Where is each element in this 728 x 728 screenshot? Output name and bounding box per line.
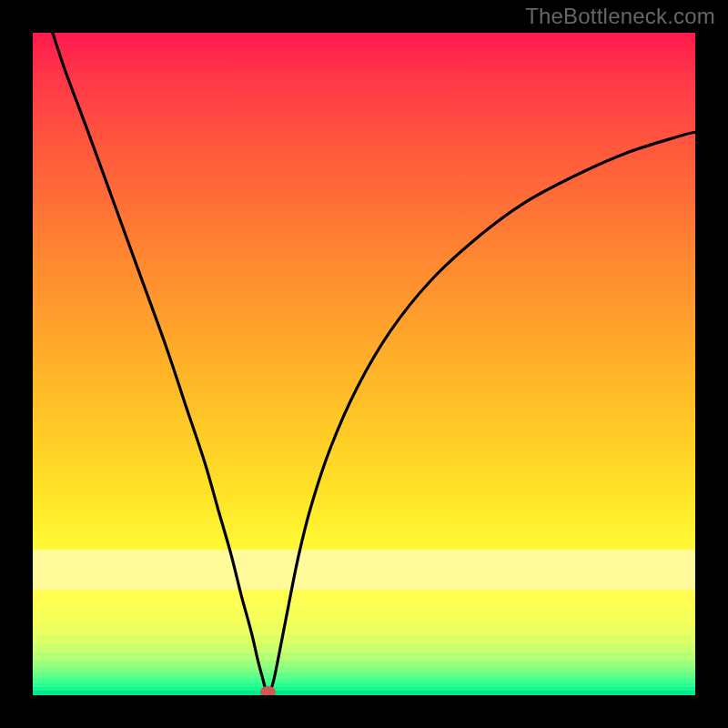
plot-area	[33, 33, 695, 695]
chart-frame: TheBottleneck.com	[0, 0, 728, 728]
curve-svg	[33, 33, 695, 695]
bottleneck-curve-path	[53, 33, 695, 693]
watermark-text: TheBottleneck.com	[525, 4, 715, 29]
minimum-marker	[260, 686, 276, 695]
